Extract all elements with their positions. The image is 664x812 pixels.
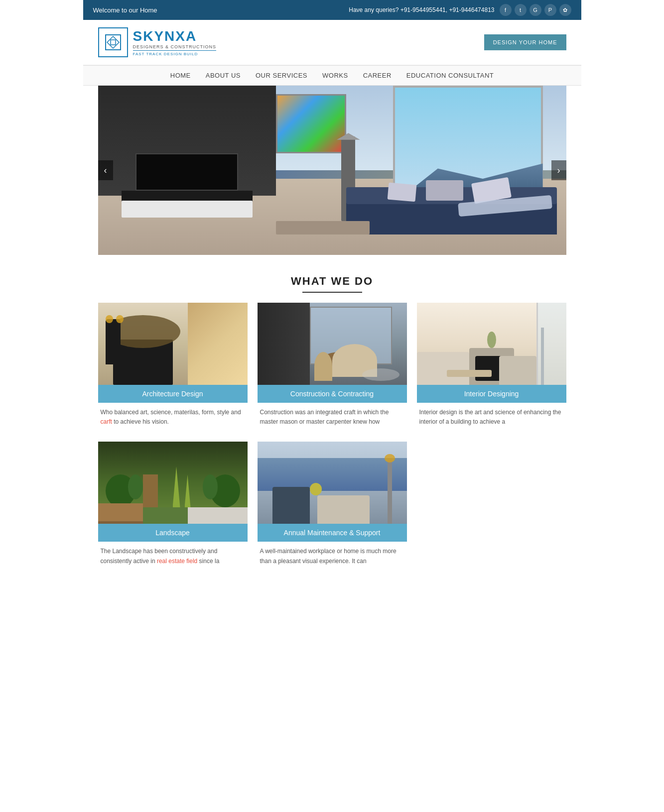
- service-label-maintenance[interactable]: Annual Maintenance & Support: [258, 524, 407, 542]
- logo-icon: [98, 27, 128, 57]
- twitter-icon[interactable]: t: [515, 4, 527, 16]
- welcome-text: Welcome to our Home: [93, 6, 157, 14]
- real-estate-link[interactable]: real estate field: [157, 558, 197, 565]
- service-card-maintenance: Annual Maintenance & Support A well-main…: [258, 442, 407, 571]
- nav-career[interactable]: CAREER: [363, 72, 392, 79]
- logo-sub: DESIGNERS & CONSTRUCTIONS: [133, 44, 217, 49]
- service-label-interior[interactable]: Interior Designing: [417, 385, 566, 403]
- nav-home[interactable]: HOME: [170, 72, 191, 79]
- social-icons: f t G P ✿: [500, 4, 571, 16]
- logo-area: SKYNXA DESIGNERS & CONSTRUCTIONS FAST TR…: [98, 27, 217, 57]
- settings-icon[interactable]: ✿: [559, 4, 571, 16]
- service-desc-landscape: The Landscape has been constructively an…: [98, 542, 248, 571]
- main-nav: HOME ABOUT US OUR SERVICES WORKS CAREER …: [83, 65, 581, 86]
- section-divider: [302, 292, 362, 293]
- nav-about[interactable]: ABOUT US: [206, 72, 241, 79]
- service-card-interior: Interior Designing Interior design is th…: [417, 303, 566, 432]
- service-label-arch[interactable]: Architecture Design: [98, 385, 248, 403]
- svg-rect-0: [106, 35, 121, 50]
- services-row-2: Landscape The Landscape has been constru…: [98, 442, 566, 571]
- service-label-landscape[interactable]: Landscape: [98, 524, 248, 542]
- top-bar-right: Have any queries? +91-9544955441, +91-94…: [349, 4, 571, 16]
- top-bar: Welcome to our Home Have any queries? +9…: [83, 0, 581, 20]
- service-card-arch: Architecture Design Who balanced art, sc…: [98, 303, 248, 432]
- service-img-landscape: [98, 442, 248, 524]
- svg-rect-2: [111, 40, 116, 45]
- hero-slider: ‹ ›: [98, 86, 566, 255]
- nav-services[interactable]: OUR SERVICES: [256, 72, 307, 79]
- googleplus-icon[interactable]: G: [530, 4, 541, 16]
- hero-next-button[interactable]: ›: [551, 160, 566, 180]
- hero-background: [98, 86, 566, 255]
- service-desc-maintenance: A well-maintained workplace or home is m…: [258, 542, 407, 571]
- hero-prev-button[interactable]: ‹: [98, 160, 113, 180]
- service-desc-arch: Who balanced art, science, materilas, fo…: [98, 403, 248, 432]
- service-img-const: [258, 303, 407, 385]
- contact-info: Have any queries? +91-9544955441, +91-94…: [349, 6, 494, 13]
- nav-works[interactable]: WORKS: [322, 72, 348, 79]
- pinterest-icon[interactable]: P: [544, 4, 556, 16]
- service-desc-interior: Interior design is the art and science o…: [417, 403, 566, 432]
- services-section: Architecture Design Who balanced art, sc…: [83, 303, 581, 591]
- facebook-icon[interactable]: f: [500, 4, 512, 16]
- services-row-1: Architecture Design Who balanced art, sc…: [98, 303, 566, 432]
- svg-marker-1: [107, 36, 119, 48]
- logo-tagline: FAST TRACK DESIGN BUILD: [133, 50, 217, 56]
- service-card-const: Construction & Contracting Construction …: [258, 303, 407, 432]
- section-title: WHAT WE DO: [83, 275, 581, 288]
- service-img-maintenance: [258, 442, 407, 524]
- carft-link[interactable]: carft: [101, 418, 112, 425]
- service-desc-const: Construction was an integrated craft in …: [258, 403, 407, 432]
- design-your-home-button[interactable]: DESIGN YOUR HOME: [484, 34, 566, 50]
- service-img-arch: [98, 303, 248, 385]
- service-label-const[interactable]: Construction & Contracting: [258, 385, 407, 403]
- service-img-interior: [417, 303, 566, 385]
- service-card-landscape: Landscape The Landscape has been constru…: [98, 442, 248, 571]
- nav-education[interactable]: EDUCATION CONSULTANT: [406, 72, 494, 79]
- logo-text: SKYNXA DESIGNERS & CONSTRUCTIONS FAST TR…: [133, 28, 217, 56]
- logo-name: SKYNXA: [133, 28, 217, 44]
- empty-col: [417, 442, 566, 571]
- section-title-area: WHAT WE DO: [83, 255, 581, 303]
- header: SKYNXA DESIGNERS & CONSTRUCTIONS FAST TR…: [83, 20, 581, 65]
